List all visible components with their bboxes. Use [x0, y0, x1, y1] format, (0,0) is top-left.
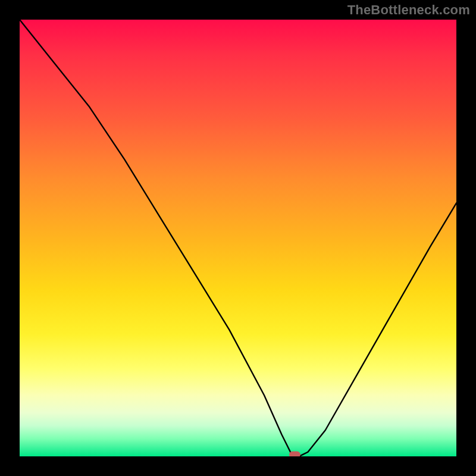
- plot-area: [20, 20, 456, 456]
- bottleneck-curve: [20, 20, 456, 456]
- optimal-point-marker: [289, 452, 300, 456]
- chart-frame: TheBottleneck.com: [0, 0, 476, 476]
- watermark-label: TheBottleneck.com: [347, 2, 470, 18]
- bottleneck-curve-svg: [20, 20, 456, 456]
